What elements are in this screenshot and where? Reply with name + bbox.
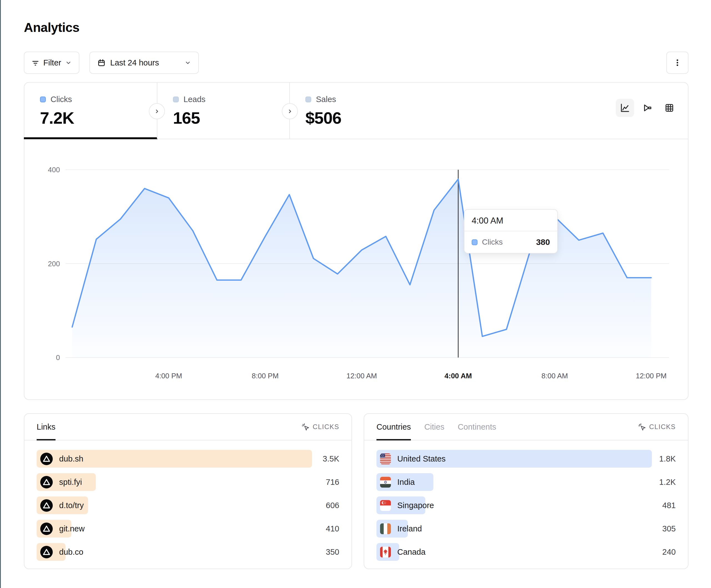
leads-series-swatch-icon [173,96,179,103]
chart-series [72,170,651,358]
line-chart-view-button[interactable] [616,99,634,117]
stat-label: Sales [316,95,336,104]
links-metric-selector[interactable]: CLICKS [301,423,339,431]
chevron-right-icon [154,108,160,115]
countries-panel: Countries Cities Continents CLICKS [364,413,689,569]
stat-label: Clicks [50,95,72,104]
page-title: Analytics [24,20,80,35]
dub-logo-icon [40,499,53,512]
clicks-area-chart[interactable]: 02004004:00 PM8:00 PM12:00 AM4:00 AM8:00… [24,139,688,400]
link-clicks: 606 [326,501,339,510]
date-range-label: Last 24 hours [110,58,180,67]
funnel-view-button[interactable] [638,99,656,117]
svg-text:400: 400 [48,165,60,174]
countries-metric-label: CLICKS [649,423,676,431]
link-name: dub.sh [59,454,83,463]
country-clicks: 240 [663,547,676,557]
filter-button-label: Filter [43,58,61,67]
chevron-down-icon [65,60,72,66]
svg-text:4:00 AM: 4:00 AM [445,372,472,380]
links-panel: Links CLICKS dub.sh 3.5K [24,413,352,569]
filter-button[interactable]: Filter [24,51,80,74]
stat-value: 7.2K [40,109,157,128]
tab-links[interactable]: Links [37,414,56,440]
table-view-button[interactable] [660,99,678,117]
stat-value: $506 [305,109,434,128]
country-row[interactable]: United States 1.8K [376,450,676,468]
svg-text:4:00 PM: 4:00 PM [155,372,182,380]
expand-leads-button[interactable] [149,103,165,119]
country-clicks: 1.8K [659,454,676,463]
dub-logo-icon [40,523,53,535]
kebab-menu-icon [672,58,683,68]
link-row[interactable]: git.new 410 [37,520,339,538]
tab-links-label: Links [37,423,56,432]
clicks-series-swatch-icon [472,239,477,245]
sales-series-swatch-icon [305,96,311,103]
tab-continents-label: Continents [458,423,496,432]
country-name: Singapore [397,501,434,510]
tooltip-value: 380 [536,238,550,247]
ireland-flag-icon [380,523,391,534]
dub-logo-icon [40,453,53,465]
tab-clicks[interactable]: Clicks 7.2K [24,83,157,139]
tab-cities[interactable]: Cities [424,414,445,440]
tooltip-series-name: Clicks [482,238,532,247]
filter-lines-icon [31,59,39,67]
canada-flag-icon [380,547,391,558]
country-clicks: 481 [663,501,676,510]
country-clicks: 1.2K [659,478,676,487]
tab-leads[interactable]: Leads 165 [157,83,289,139]
tab-countries[interactable]: Countries [376,414,411,440]
country-clicks: 305 [663,524,676,533]
analytics-card: Clicks 7.2K Leads 165 Sales $506 [24,82,689,400]
countries-rows: United States 1.8K India 1.2K [364,440,688,561]
svg-text:0: 0 [56,353,60,362]
dub-logo-icon [40,546,53,558]
clicks-series-swatch-icon [40,96,46,103]
cursor-click-icon [301,423,310,431]
svg-text:200: 200 [48,259,60,268]
date-range-button[interactable]: Last 24 hours [89,51,199,74]
link-row[interactable]: d.to/try 606 [37,496,339,514]
chevron-down-icon [185,60,191,66]
cursor-click-icon [638,423,646,431]
stats-tabs-row: Clicks 7.2K Leads 165 Sales $506 [24,83,688,139]
expand-sales-button[interactable] [282,103,298,119]
link-name: spti.fyi [59,478,82,487]
svg-text:12:00 AM: 12:00 AM [346,372,377,380]
link-row[interactable]: dub.co 350 [37,543,339,561]
calendar-icon [97,59,106,67]
link-clicks: 716 [326,478,339,487]
us-flag-icon [380,453,391,464]
tab-sales[interactable]: Sales $506 [289,83,434,139]
country-name: United States [397,454,446,463]
india-flag-icon [380,477,391,488]
link-row[interactable]: spti.fyi 716 [37,473,339,491]
chart-tooltip: 4:00 AM Clicks 380 [464,209,558,253]
link-clicks: 350 [326,547,339,557]
country-row[interactable]: Singapore 481 [376,496,676,514]
link-name: d.to/try [59,501,84,510]
country-name: Ireland [397,524,422,533]
links-metric-label: CLICKS [313,423,339,431]
country-row[interactable]: Canada 240 [376,543,676,561]
svg-text:8:00 PM: 8:00 PM [252,372,279,380]
link-clicks: 410 [326,524,339,533]
tab-continents[interactable]: Continents [458,414,496,440]
countries-panel-header: Countries Cities Continents CLICKS [364,414,688,440]
more-options-button[interactable] [666,51,689,74]
table-grid-icon [664,103,675,113]
chevron-right-icon [287,108,293,115]
line-chart-icon [619,103,630,113]
link-name: git.new [59,524,85,533]
country-row[interactable]: India 1.2K [376,473,676,491]
link-clicks: 3.5K [323,454,339,463]
countries-metric-selector[interactable]: CLICKS [638,423,676,431]
svg-text:8:00 AM: 8:00 AM [541,372,568,380]
window-edge-strip [0,0,1,588]
chart-view-toggles [616,99,678,117]
country-name: India [397,478,415,487]
country-row[interactable]: Ireland 305 [376,520,676,538]
link-row[interactable]: dub.sh 3.5K [37,450,339,468]
